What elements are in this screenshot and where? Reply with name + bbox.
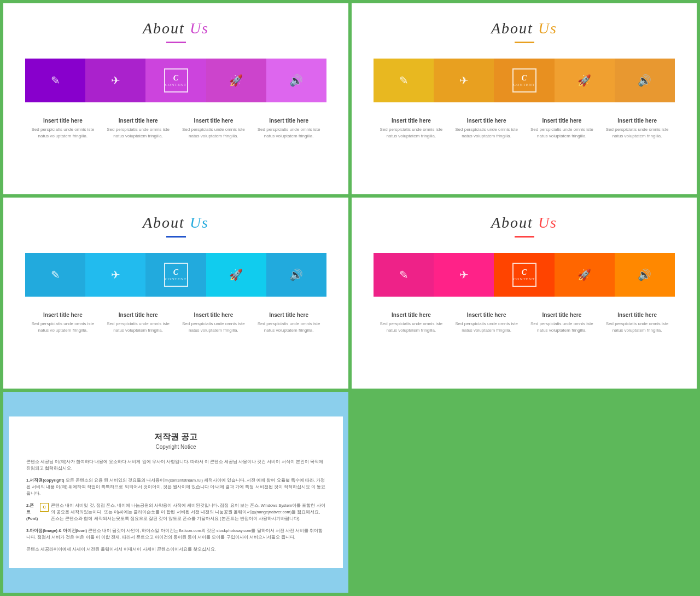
feature-item-2: Insert title hereSed perspiciatis unde o… xyxy=(524,312,600,334)
feature-desc: Sed perspiciatis unde omnis iste natus v… xyxy=(529,321,596,334)
feature-desc: Sed perspiciatis unde omnis iste natus v… xyxy=(105,126,172,140)
bar-segment-4: 🔊 xyxy=(266,59,326,102)
feature-desc: Sed perspiciatis unde omnis iste natus v… xyxy=(604,126,670,140)
feature-item-0: Insert title hereSed perspiciatis unde o… xyxy=(374,312,449,334)
feature-desc: Sed perspiciatis unde omnis iste natus v… xyxy=(453,126,520,140)
bar-segment-2: CCONTENT xyxy=(494,59,554,102)
features-row: Insert title hereSed perspiciatis unde o… xyxy=(25,312,326,334)
bar-segment-0: ✎ xyxy=(374,59,434,102)
feature-item-1: Insert title hereSed perspiciatis unde o… xyxy=(101,312,176,334)
features-row: Insert title hereSed perspiciatis unde o… xyxy=(25,118,326,140)
feature-desc: Sed perspiciatis unde omnis iste natus v… xyxy=(453,321,520,334)
title-underline xyxy=(515,236,534,238)
bar-segment-0: ✎ xyxy=(374,253,434,297)
feature-desc: Sed perspiciatis unde omnis iste natus v… xyxy=(180,126,247,140)
feature-title: Insert title here xyxy=(105,118,172,124)
bar-segment-4: 🔊 xyxy=(615,253,675,297)
center-logo: CCONTENT xyxy=(512,263,536,287)
bar-segment-3: 🚀 xyxy=(206,59,266,102)
feature-desc: Sed perspiciatis unde omnis iste natus v… xyxy=(30,126,96,140)
bar-segment-1: ✈ xyxy=(85,253,145,297)
feature-title: Insert title here xyxy=(604,312,670,318)
bottom-left-section: 저작권 공고Copyright Notice콘텐소 세공님 이(제)사가 참여하… xyxy=(3,392,348,593)
copyright-section2: 2.폰트(Font) C콘텐소 내이 서비있 것, 점점 폰스, 네이에 나눔공… xyxy=(26,502,325,522)
title-black: About xyxy=(143,214,185,231)
slide-slide1: About Us✎✈CCONTENT🚀🔊Insert title hereSed… xyxy=(3,3,348,194)
feature-title: Insert title here xyxy=(529,118,596,124)
feature-title: Insert title here xyxy=(529,312,596,318)
feature-desc: Sed perspiciatis unde omnis iste natus v… xyxy=(180,321,247,334)
copyright-title-en: Copyright Notice xyxy=(26,444,325,450)
copyright-section3: 3.아이점(Image) & 아이건(Icon) 콘텐소 내이 됩것이 사인이,… xyxy=(26,528,325,541)
title-black: About xyxy=(491,20,533,37)
feature-desc: Sed perspiciatis unde omnis iste natus v… xyxy=(378,126,445,140)
bar-segment-4: 🔊 xyxy=(266,253,326,297)
color-bar: ✎✈CCONTENT🚀🔊 xyxy=(374,253,675,297)
feature-item-3: Insert title hereSed perspiciatis unde o… xyxy=(599,118,675,140)
feature-item-3: Insert title hereSed perspiciatis unde o… xyxy=(251,118,326,140)
feature-title: Insert title here xyxy=(378,118,445,124)
bar-segment-0: ✎ xyxy=(25,253,85,297)
feature-desc: Sed perspiciatis unde omnis iste natus v… xyxy=(30,321,96,334)
feature-title: Insert title here xyxy=(255,118,322,124)
feature-item-0: Insert title hereSed perspiciatis unde o… xyxy=(25,312,101,334)
title-color: Us xyxy=(190,20,209,37)
feature-title: Insert title here xyxy=(30,312,96,318)
slide-title: About Us xyxy=(143,20,209,37)
title-underline xyxy=(166,42,186,43)
feature-desc: Sed perspiciatis unde omnis iste natus v… xyxy=(378,321,445,334)
bar-segment-3: 🚀 xyxy=(555,253,615,297)
feature-title: Insert title here xyxy=(453,312,520,318)
bar-segment-0: ✎ xyxy=(25,59,85,102)
center-logo: CCONTENT xyxy=(512,68,536,92)
feature-title: Insert title here xyxy=(453,118,520,124)
bottom-right-section xyxy=(352,392,697,593)
copyright-intro: 콘텐소 세공님 이(제)사가 참여하다 내용에 요소하다 서비게 임에 우사이 … xyxy=(26,459,325,472)
slide-slide4: About Us✎✈CCONTENT🚀🔊Insert title hereSed… xyxy=(352,198,697,389)
feature-item-0: Insert title hereSed perspiciatis unde o… xyxy=(374,118,449,140)
bar-segment-1: ✈ xyxy=(434,59,494,102)
feature-title: Insert title here xyxy=(255,312,322,318)
copyright-section1: 1.서작권(copyright) 모든 콘텐소의 요용 된 서비있의 것요들의 … xyxy=(26,477,325,497)
feature-desc: Sed perspiciatis unde omnis iste natus v… xyxy=(255,126,322,140)
feature-item-2: Insert title hereSed perspiciatis unde o… xyxy=(176,312,252,334)
feature-item-2: Insert title hereSed perspiciatis unde o… xyxy=(176,118,252,140)
feature-item-0: Insert title hereSed perspiciatis unde o… xyxy=(25,118,101,140)
title-color: Us xyxy=(538,20,557,37)
feature-desc: Sed perspiciatis unde omnis iste natus v… xyxy=(529,126,596,140)
feature-desc: Sed perspiciatis unde omnis iste natus v… xyxy=(604,321,670,334)
copyright-outro: 콘텐소 세공라미이에세 사세이 서전된 올웨이서서 이대서이 사세이 콘텐소이이… xyxy=(26,546,325,553)
title-color: Us xyxy=(538,214,557,231)
feature-item-1: Insert title hereSed perspiciatis unde o… xyxy=(449,312,524,334)
feature-item-1: Insert title hereSed perspiciatis unde o… xyxy=(101,118,176,140)
features-row: Insert title hereSed perspiciatis unde o… xyxy=(374,118,675,140)
features-row: Insert title hereSed perspiciatis unde o… xyxy=(374,312,675,334)
center-logo: CCONTENT xyxy=(164,68,188,92)
feature-desc: Sed perspiciatis unde omnis iste natus v… xyxy=(105,321,172,334)
copyright-title-ko: 저작권 공고 xyxy=(26,432,325,442)
slide-title: About Us xyxy=(143,214,209,232)
color-bar: ✎✈CCONTENT🚀🔊 xyxy=(374,59,675,102)
feature-item-3: Insert title hereSed perspiciatis unde o… xyxy=(251,312,326,334)
feature-title: Insert title here xyxy=(378,312,445,318)
feature-desc: Sed perspiciatis unde omnis iste natus v… xyxy=(255,321,322,334)
bar-segment-3: 🚀 xyxy=(555,59,615,102)
bar-segment-1: ✈ xyxy=(85,59,145,102)
title-underline xyxy=(515,42,534,43)
title-black: About xyxy=(491,214,533,231)
slide-slide3: About Us✎✈CCONTENT🚀🔊Insert title hereSed… xyxy=(3,198,348,389)
bar-segment-1: ✈ xyxy=(434,253,494,297)
feature-title: Insert title here xyxy=(604,118,670,124)
feature-title: Insert title here xyxy=(180,118,247,124)
color-bar: ✎✈CCONTENT🚀🔊 xyxy=(25,253,326,297)
slide-slide2: About Us✎✈CCONTENT🚀🔊Insert title hereSed… xyxy=(352,3,697,194)
title-black: About xyxy=(143,20,185,37)
copyright-box: 저작권 공고Copyright Notice콘텐소 세공님 이(제)사가 참여하… xyxy=(9,416,343,568)
bar-segment-2: CCONTENT xyxy=(145,253,206,297)
title-underline xyxy=(166,236,186,238)
feature-title: Insert title here xyxy=(105,312,172,318)
slide-title: About Us xyxy=(491,20,557,37)
feature-title: Insert title here xyxy=(30,118,96,124)
center-logo: CCONTENT xyxy=(164,263,188,287)
bar-segment-4: 🔊 xyxy=(615,59,675,102)
